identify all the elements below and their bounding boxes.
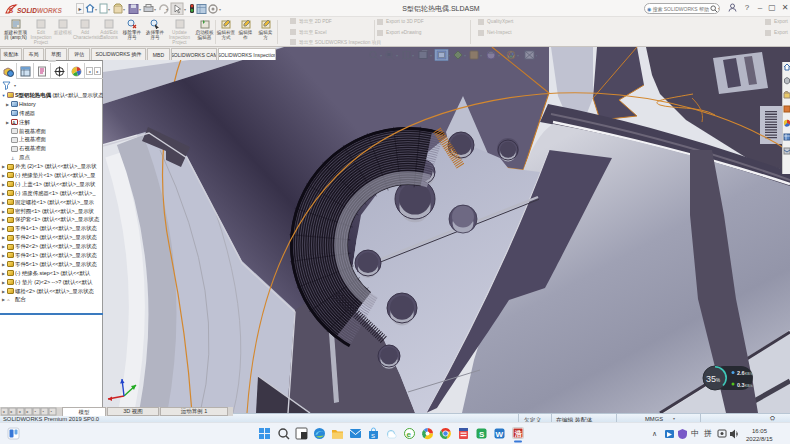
svg-text:▸: ▸ xyxy=(27,409,29,414)
svg-text:e: e xyxy=(407,430,412,439)
svg-text:S: S xyxy=(479,430,485,439)
svg-text:▾: ▾ xyxy=(108,7,110,12)
svg-text:W: W xyxy=(496,430,504,439)
svg-text:2022/8/15: 2022/8/15 xyxy=(746,436,773,442)
svg-text:◂: ◂ xyxy=(3,409,5,414)
svg-text:◂: ◂ xyxy=(19,409,21,414)
svg-text:S: S xyxy=(371,433,375,439)
svg-text:▾: ▾ xyxy=(139,7,141,12)
svg-text:▾: ▾ xyxy=(430,53,432,58)
svg-text:▾: ▾ xyxy=(464,53,466,58)
svg-text:∧: ∧ xyxy=(652,430,657,437)
svg-text:▾: ▾ xyxy=(536,53,537,58)
svg-text:▾: ▾ xyxy=(517,53,519,58)
svg-text:16:05: 16:05 xyxy=(752,428,768,434)
svg-text:▾: ▾ xyxy=(396,53,398,58)
svg-text:▾: ▾ xyxy=(184,7,186,12)
svg-text:▾: ▾ xyxy=(95,7,97,12)
svg-text:▾: ▾ xyxy=(380,53,382,58)
svg-text:▾: ▾ xyxy=(480,53,482,58)
svg-text:SOLIDWORKS: SOLIDWORKS xyxy=(17,7,62,14)
svg-text:中: 中 xyxy=(691,429,699,438)
svg-text:S: S xyxy=(8,6,14,15)
svg-text:▾: ▾ xyxy=(412,53,414,58)
svg-text:▾: ▾ xyxy=(219,7,221,12)
svg-text:▾: ▾ xyxy=(448,53,450,58)
svg-text:▾: ▾ xyxy=(154,7,156,12)
svg-text:▸: ▸ xyxy=(11,409,13,414)
svg-text:▾: ▾ xyxy=(166,7,168,12)
svg-text:浩: 浩 xyxy=(515,430,523,438)
svg-text:拼: 拼 xyxy=(703,429,712,438)
svg-text:▾: ▾ xyxy=(498,53,500,58)
svg-text:▾: ▾ xyxy=(123,7,125,12)
